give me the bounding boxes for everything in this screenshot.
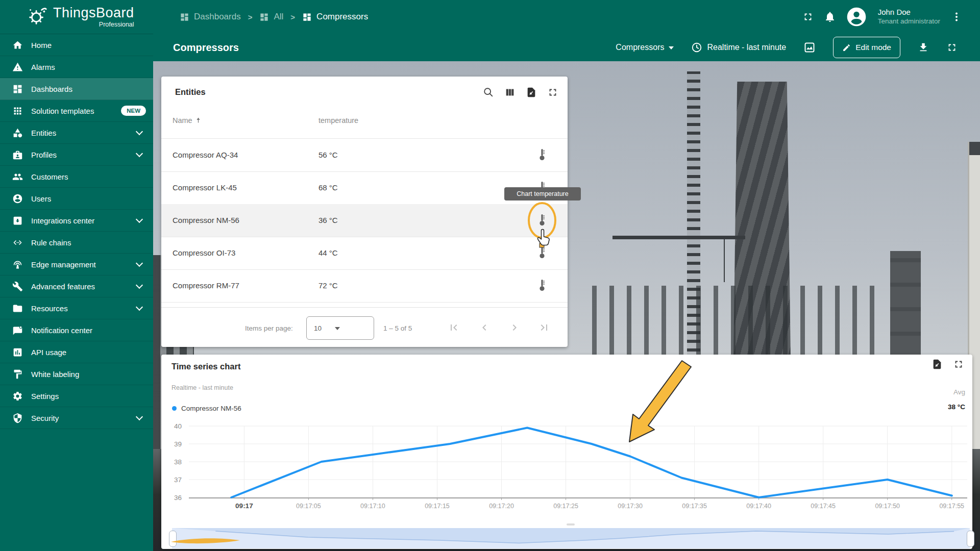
svg-text:09:17:30: 09:17:30 xyxy=(618,503,643,510)
time-series-chart[interactable]: 363738394009:1709:17:0509:17:1009:17:150… xyxy=(161,355,972,549)
navigator-left-handle[interactable] xyxy=(169,531,177,547)
sidebar-item-label: Users xyxy=(31,194,51,203)
entities-widget: Entities Name temperature Compressor AQ-… xyxy=(161,77,568,347)
sidebar-item-edge-management[interactable]: Edge management xyxy=(0,254,153,276)
table-row-selected[interactable]: Compressor NM-56 36 °C xyxy=(161,204,568,237)
cell-name: Compressor NM-56 xyxy=(173,216,239,224)
table-row[interactable]: Compressor AQ-34 56 °C xyxy=(161,139,568,171)
breadcrumb-all[interactable]: All xyxy=(259,12,283,22)
table-row[interactable]: Compressor OI-73 44 °C xyxy=(161,237,568,269)
next-page-icon[interactable] xyxy=(508,321,521,334)
sidebar-item-security[interactable]: Security xyxy=(0,407,153,429)
sidebar-item-notification-center[interactable]: Notification center xyxy=(0,319,153,341)
widget-title: Entities xyxy=(175,87,206,97)
edge-management-icon xyxy=(12,259,23,270)
timewindow-button[interactable]: Realtime - last minute xyxy=(691,42,786,53)
sidebar-item-users[interactable]: Users xyxy=(0,188,153,210)
page-size-select[interactable]: 10 xyxy=(306,316,374,340)
svg-text:09:17:55: 09:17:55 xyxy=(939,503,964,510)
dashboard-icon xyxy=(180,12,189,22)
action-tooltip: Chart temperature xyxy=(504,187,581,201)
cell-temperature: 72 °C xyxy=(318,281,338,290)
chart-temperature-action-icon[interactable] xyxy=(536,279,548,293)
rule-chains-icon xyxy=(12,237,23,248)
sidebar-item-customers[interactable]: Customers xyxy=(0,166,153,188)
export-icon[interactable] xyxy=(526,87,537,98)
chart-temperature-action-icon[interactable] xyxy=(536,213,548,228)
sidebar-item-white-labeling[interactable]: White labeling xyxy=(0,363,153,385)
white-labeling-icon xyxy=(12,369,23,380)
app-logo[interactable]: ThingsBoard Professional xyxy=(0,0,153,34)
sidebar-item-label: White labeling xyxy=(31,370,79,379)
items-per-page-label: Items per page: xyxy=(245,324,293,332)
sidebar-item-api-usage[interactable]: API usage xyxy=(0,341,153,363)
fullscreen-icon[interactable] xyxy=(946,42,958,53)
more-options-icon[interactable] xyxy=(950,11,963,23)
chart-temperature-action-icon[interactable] xyxy=(536,246,548,260)
fullscreen-icon[interactable] xyxy=(802,11,814,22)
chevron-down-icon xyxy=(136,216,143,223)
chevron-down-icon xyxy=(136,150,143,157)
sort-ascending-icon xyxy=(194,116,202,124)
sidebar-item-label: Resources xyxy=(31,304,68,313)
chevron-down-icon xyxy=(136,413,143,420)
sidebar-item-label: Dashboards xyxy=(31,85,72,93)
new-badge: NEW xyxy=(121,106,146,116)
cell-name: Compressor OI-73 xyxy=(173,248,235,257)
dashboard-state-select[interactable]: Compressors xyxy=(616,43,674,52)
entities-icon xyxy=(12,128,23,138)
sidebar-item-settings[interactable]: Settings xyxy=(0,385,153,407)
download-icon[interactable] xyxy=(918,42,929,53)
breadcrumb-compressors[interactable]: Compressors xyxy=(302,12,368,22)
chevron-down-icon xyxy=(136,304,143,311)
column-header-name[interactable]: Name xyxy=(173,116,202,124)
top-header: Dashboards > All > Compressors John Doe … xyxy=(153,0,980,34)
breadcrumb-dashboards[interactable]: Dashboards xyxy=(180,12,241,22)
user-info[interactable]: John Doe Tenant administrator xyxy=(878,8,940,26)
previous-page-icon[interactable] xyxy=(478,321,491,334)
chevron-down-icon xyxy=(669,46,674,49)
sidebar-item-profiles[interactable]: Profiles xyxy=(0,144,153,166)
last-page-icon[interactable] xyxy=(538,321,550,334)
cell-name: Compressor AQ-34 xyxy=(173,151,238,159)
first-page-icon[interactable] xyxy=(448,321,460,334)
sidebar-item-solution-templates[interactable]: Solution templates NEW xyxy=(0,100,153,122)
sidebar-item-entities[interactable]: Entities xyxy=(0,122,153,144)
search-icon[interactable] xyxy=(483,87,494,98)
edit-mode-button[interactable]: Edit mode xyxy=(833,37,900,58)
sidebar-item-rule-chains[interactable]: Rule chains xyxy=(0,232,153,254)
sidebar-item-label: Security xyxy=(31,414,59,422)
cell-temperature: 56 °C xyxy=(318,151,338,159)
columns-icon[interactable] xyxy=(504,87,516,98)
navigator-grip[interactable] xyxy=(567,523,575,525)
navigator-right-handle[interactable] xyxy=(967,531,974,547)
sidebar-item-home[interactable]: Home xyxy=(0,34,153,56)
clock-icon xyxy=(691,42,702,53)
alarms-icon xyxy=(12,62,23,72)
avatar[interactable] xyxy=(846,7,867,27)
breadcrumb: Dashboards > All > Compressors xyxy=(180,0,368,34)
breadcrumb-separator: > xyxy=(290,13,295,21)
svg-text:09:17:20: 09:17:20 xyxy=(489,503,514,510)
sidebar-item-resources[interactable]: Resources xyxy=(0,297,153,319)
notifications-bell-icon[interactable] xyxy=(824,11,836,23)
svg-text:09:17:10: 09:17:10 xyxy=(360,503,385,510)
chart-temperature-action-icon[interactable] xyxy=(536,148,548,162)
sidebar-item-label: Profiles xyxy=(31,151,57,159)
sidebar-item-dashboards[interactable]: Dashboards xyxy=(0,78,153,100)
dashboard-image-icon[interactable] xyxy=(803,41,816,54)
sidebar-item-alarms[interactable]: Alarms xyxy=(0,56,153,78)
column-header-temperature[interactable]: temperature xyxy=(318,116,358,124)
table-row[interactable]: Compressor RM-77 72 °C xyxy=(161,269,568,302)
fullscreen-icon[interactable] xyxy=(547,87,558,98)
cell-temperature: 36 °C xyxy=(318,216,338,224)
sidebar-item-advanced-features[interactable]: Advanced features xyxy=(0,276,153,297)
svg-text:09:17: 09:17 xyxy=(235,502,253,510)
profiles-icon xyxy=(12,149,23,160)
sidebar-item-integrations-center[interactable]: Integrations center xyxy=(0,210,153,232)
sidebar-item-label: Rule chains xyxy=(31,238,71,247)
svg-text:36: 36 xyxy=(174,494,182,502)
svg-text:09:17:25: 09:17:25 xyxy=(553,503,578,510)
sidebar-item-label: Advanced features xyxy=(31,282,95,291)
svg-text:38: 38 xyxy=(174,458,182,466)
